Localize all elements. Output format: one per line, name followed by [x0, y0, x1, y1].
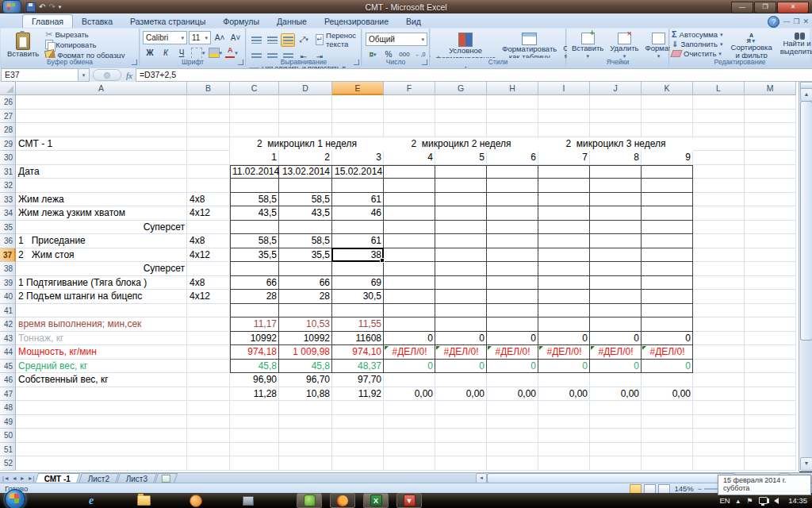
cell[interactable]: [693, 332, 745, 346]
cell[interactable]: [16, 429, 187, 443]
cell[interactable]: [745, 318, 796, 332]
cell[interactable]: [187, 443, 230, 457]
cell[interactable]: [435, 290, 487, 304]
alignment-dialog-launcher[interactable]: [354, 60, 359, 65]
cell[interactable]: [230, 304, 279, 318]
cell[interactable]: [16, 95, 187, 110]
cell[interactable]: [590, 95, 642, 110]
clipboard-dialog-launcher[interactable]: [132, 60, 137, 65]
cell[interactable]: [435, 276, 487, 291]
cell[interactable]: [693, 193, 745, 207]
cell[interactable]: [435, 373, 487, 387]
cell-G43[interactable]: 0: [435, 332, 487, 346]
cell[interactable]: [590, 290, 642, 304]
action-center-icon[interactable]: ⚑: [746, 497, 753, 505]
cell-C31[interactable]: 11.02.2014: [230, 165, 279, 179]
insert-cells-button[interactable]: Вставить▾: [569, 30, 607, 60]
cell[interactable]: [279, 429, 332, 443]
cell-B40[interactable]: 4х12: [187, 290, 230, 304]
cell[interactable]: [745, 221, 796, 235]
cell[interactable]: [187, 95, 230, 110]
autosum-button[interactable]: ΣАвтосумма▾: [672, 30, 723, 39]
cell-J44[interactable]: #ДЕЛ/0!: [590, 345, 642, 360]
align-middle-icon[interactable]: [265, 33, 279, 47]
cell[interactable]: [642, 415, 693, 429]
cell[interactable]: [279, 401, 332, 415]
cell[interactable]: [230, 110, 279, 124]
cell[interactable]: [642, 429, 693, 443]
column-header-G[interactable]: G: [435, 82, 487, 95]
cell-E34[interactable]: 46: [332, 206, 384, 221]
clock[interactable]: 14:35: [788, 496, 807, 505]
cell[interactable]: [435, 179, 487, 193]
cell[interactable]: [332, 429, 384, 443]
cell[interactable]: [693, 387, 745, 402]
cell[interactable]: [16, 179, 187, 193]
cell-D42[interactable]: 10,53: [279, 318, 332, 332]
cell-H47[interactable]: 0,00: [487, 387, 538, 402]
cell[interactable]: [435, 165, 487, 179]
cell[interactable]: [384, 206, 435, 221]
row-header-44[interactable]: 44: [0, 345, 16, 360]
cell-K43[interactable]: 0: [642, 332, 693, 346]
cell[interactable]: [384, 179, 435, 193]
cell[interactable]: [693, 137, 745, 152]
column-header-H[interactable]: H: [487, 82, 538, 95]
cell[interactable]: [538, 304, 590, 318]
cell-C39[interactable]: 66: [230, 276, 279, 291]
cell[interactable]: [384, 373, 435, 387]
cell[interactable]: [642, 262, 693, 276]
cell[interactable]: [487, 165, 538, 179]
cell[interactable]: [693, 151, 745, 165]
cell[interactable]: [745, 95, 796, 110]
cell-I47[interactable]: 0,00: [538, 387, 590, 402]
cell[interactable]: [230, 429, 279, 443]
row-header-46[interactable]: 46: [0, 373, 16, 387]
cell-D31[interactable]: 13.02.2014: [279, 165, 332, 179]
cell[interactable]: [16, 456, 187, 471]
cell[interactable]: [384, 456, 435, 471]
cell[interactable]: [693, 360, 745, 374]
cell-A39[interactable]: 1 Подтягивание (Тяга блока ): [16, 276, 187, 291]
cell[interactable]: [487, 221, 538, 235]
cell[interactable]: [384, 234, 435, 248]
cell[interactable]: [16, 401, 187, 415]
row-header-42[interactable]: 42: [0, 318, 16, 332]
cell[interactable]: [590, 248, 642, 263]
next-sheet-icon[interactable]: ►: [20, 475, 25, 481]
cell-C42[interactable]: 11,17: [230, 318, 279, 332]
page-break-view-button[interactable]: [658, 484, 670, 494]
cell[interactable]: [745, 290, 796, 304]
cell-I29[interactable]: 2 микроцикл 3 неделя: [538, 137, 693, 152]
wrap-text-button[interactable]: ↵Перенос текста: [316, 31, 360, 48]
page-layout-view-button[interactable]: [644, 484, 656, 494]
cell[interactable]: [384, 304, 435, 318]
cell[interactable]: [745, 262, 796, 276]
first-sheet-icon[interactable]: |◄: [2, 475, 10, 481]
cell-C40[interactable]: 28: [230, 290, 279, 304]
cell-J43[interactable]: 0: [590, 332, 642, 346]
cell[interactable]: [693, 290, 745, 304]
cell-D47[interactable]: 10,88: [279, 387, 332, 402]
cell[interactable]: [745, 373, 796, 387]
cell[interactable]: [693, 206, 745, 221]
column-header-K[interactable]: K: [642, 82, 693, 95]
cell[interactable]: [745, 248, 796, 263]
cell[interactable]: [693, 429, 745, 443]
cell[interactable]: [435, 456, 487, 471]
cell[interactable]: [642, 110, 693, 124]
cell[interactable]: [384, 262, 435, 276]
cell-H43[interactable]: 0: [487, 332, 538, 346]
cell-G30[interactable]: 5: [435, 151, 487, 165]
row-header-52[interactable]: 52: [0, 456, 16, 471]
workbook-minimize-icon[interactable]: —: [783, 17, 790, 27]
cell[interactable]: [693, 345, 745, 360]
cell[interactable]: [332, 262, 384, 276]
row-header-50[interactable]: 50: [0, 429, 16, 443]
cell[interactable]: [642, 248, 693, 263]
cell[interactable]: [745, 123, 796, 137]
cell[interactable]: [435, 401, 487, 415]
cell[interactable]: [435, 429, 487, 443]
cell-F47[interactable]: 0,00: [384, 387, 435, 402]
help-icon[interactable]: ?: [768, 16, 779, 28]
